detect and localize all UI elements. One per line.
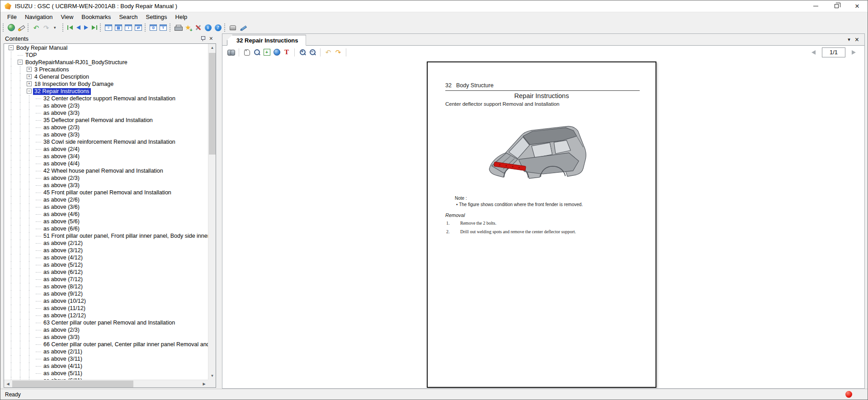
tree-item[interactable]: as above (3/6) [4,203,208,211]
tree-item-label[interactable]: as above (5/12) [42,262,84,268]
tree-item[interactable]: as above (4/6) [4,211,208,218]
nav-back-icon[interactable] [75,24,82,31]
tree-item-label[interactable]: as above (6/12) [42,269,84,276]
tree-item-label[interactable]: as above (4/11) [42,363,84,370]
tree-item[interactable]: as above (2/6) [4,196,208,203]
maximize-button[interactable] [826,0,847,12]
tree-item[interactable]: as above (3/12) [4,247,208,254]
search-binoculars-icon[interactable] [226,48,236,57]
measure-pen-icon[interactable] [238,23,247,32]
tree-item[interactable]: as above (6/12) [4,268,208,276]
tree-item[interactable]: 38 Cowl side reinforcement Removal and I… [4,138,208,146]
nav-forward-icon[interactable] [83,24,90,31]
tree-item[interactable]: as above (5/12) [4,261,208,268]
tree-item-label[interactable]: as above (4/4) [42,160,81,167]
tree-item-label[interactable]: as above (6/6) [42,226,81,232]
text-select-icon[interactable]: T [282,48,291,57]
window-image-icon[interactable]: ▨ [114,23,123,32]
tree-item-label[interactable]: 51 Front pillar outer panel, Front pilla… [42,233,208,240]
nav-first-icon[interactable] [66,24,74,31]
tree-item-label[interactable]: as above (3/3) [42,132,81,138]
page-prev-icon[interactable] [810,49,817,56]
tree-horizontal-scrollbar[interactable]: ◀ ▶ [4,380,208,387]
tree-item-label[interactable]: 63 Center pillar outer panel Removal and… [42,320,176,326]
tree-item-label[interactable]: BodyRepairManual-RJ01_BodyStructure [24,59,129,66]
pan-hand-icon[interactable] [242,48,251,57]
tree-item[interactable]: as above (3/11) [4,355,208,362]
tree-item-label[interactable]: as above (7/12) [42,276,84,283]
tree-item[interactable]: as above (4/4) [4,160,208,167]
collapse-icon[interactable]: − [27,89,32,94]
document-viewport[interactable]: 32Body Structure Repair Instructions Cen… [222,59,864,388]
tree-item-label[interactable]: as above (3/11) [42,356,84,362]
fit-window-icon[interactable]: + [262,48,271,57]
tree-item-label[interactable]: as above (3/3) [42,110,81,117]
zoom-out-icon[interactable]: − [308,48,317,57]
menu-bookmarks[interactable]: Bookmarks [77,13,115,21]
tab-close-icon[interactable]: × [855,37,859,42]
menu-navigation[interactable]: Navigation [21,13,57,21]
tree-item[interactable]: as above (2/3) [4,326,208,334]
expand-icon[interactable]: + [27,74,32,79]
tree-item-label[interactable]: 4 General Description [33,74,90,80]
window-related-icon[interactable]: ⇄ [134,23,143,32]
tree-item-label[interactable]: as above (11/12) [42,305,87,312]
tree-item-label[interactable]: as above (2/12) [42,240,84,247]
tree-item-label[interactable]: as above (2/3) [42,124,81,131]
tree-item-label[interactable]: 32 Center deflector support Removal and … [42,95,177,102]
window-text-icon[interactable]: T [159,23,168,32]
collapse-icon[interactable]: − [9,45,14,50]
redo-dropdown-icon[interactable]: ▾ [52,23,61,32]
window-document-icon[interactable]: ≡ [104,23,113,32]
tree-item-label[interactable]: as above (4/6) [42,211,81,218]
tree-item[interactable]: as above (2/3) [4,124,208,131]
scroll-thumb[interactable] [209,53,216,155]
tree-item[interactable]: as above (2/11) [4,348,208,355]
home-globe-icon[interactable] [7,23,16,32]
tree-item-label[interactable]: as above (12/12) [42,312,87,319]
scroll-up-icon[interactable]: ▲ [208,44,216,52]
tree-item[interactable]: 45 Front pillar outer panel Removal and … [4,189,208,196]
tree-item-label[interactable]: as above (3/4) [42,153,81,160]
print-icon[interactable] [174,23,183,32]
tree-item-label[interactable]: as above (2/3) [42,327,81,334]
undo-icon[interactable]: ↶ [32,23,41,32]
tree-item-label[interactable]: as above (2/11) [42,348,84,355]
tree-item-label[interactable]: 38 Cowl side reinforcement Removal and I… [42,139,177,146]
tree-item-label[interactable]: as above (3/3) [42,182,81,189]
tree-item-label[interactable]: 18 Inspection for Body Damage [33,81,115,88]
tree-item[interactable]: as above (2/4) [4,146,208,153]
tree-item[interactable]: as above (7/12) [4,276,208,283]
menu-view[interactable]: View [57,13,77,21]
tree-item[interactable]: +3 Precautions [4,66,208,73]
tree-item[interactable]: as above (5/6) [4,218,208,225]
tree-item-label[interactable]: as above (9/12) [42,291,84,297]
ink-pen-icon[interactable] [17,23,26,32]
tree-item-label[interactable]: 42 Wheel house panel Removal and Install… [42,168,165,174]
dynamic-zoom-icon[interactable] [252,48,261,57]
info-icon[interactable]: i [203,23,212,32]
stamp-icon[interactable] [228,23,237,32]
tree-item-label[interactable]: as above (3/3) [42,334,81,341]
tree-item-label[interactable]: as above (5/11) [42,370,84,377]
tab-list-dropdown-icon[interactable]: ▾ [848,37,850,42]
tree-item-label[interactable]: TOP [24,52,38,59]
menu-settings[interactable]: Settings [142,13,171,21]
tree-item[interactable]: as above (3/3) [4,131,208,138]
window-search-icon[interactable]: ⊙ [149,23,158,32]
pin-icon[interactable] [200,36,206,42]
expand-icon[interactable]: + [27,67,32,72]
tools-icon[interactable] [193,23,203,32]
tree-item-label[interactable]: as above (5/6) [42,218,81,225]
close-button[interactable]: × [847,0,868,12]
help-icon[interactable]: ? [213,23,222,32]
tree-item[interactable]: 63 Center pillar outer panel Removal and… [4,319,208,326]
tree-item-label[interactable]: 3 Precautions [33,66,70,73]
scroll-down-icon[interactable]: ▼ [208,372,216,380]
tree-item[interactable]: −BodyRepairManual-RJ01_BodyStructure [4,59,208,66]
tree-item[interactable]: as above (4/12) [4,254,208,261]
tree-item-label[interactable]: Body Repair Manual [15,45,69,52]
tree-item-label[interactable]: as above (3/12) [42,247,84,254]
tree-item[interactable]: as above (11/12) [4,305,208,312]
tree-item[interactable]: 35 Deflector panel Removal and Installat… [4,117,208,124]
